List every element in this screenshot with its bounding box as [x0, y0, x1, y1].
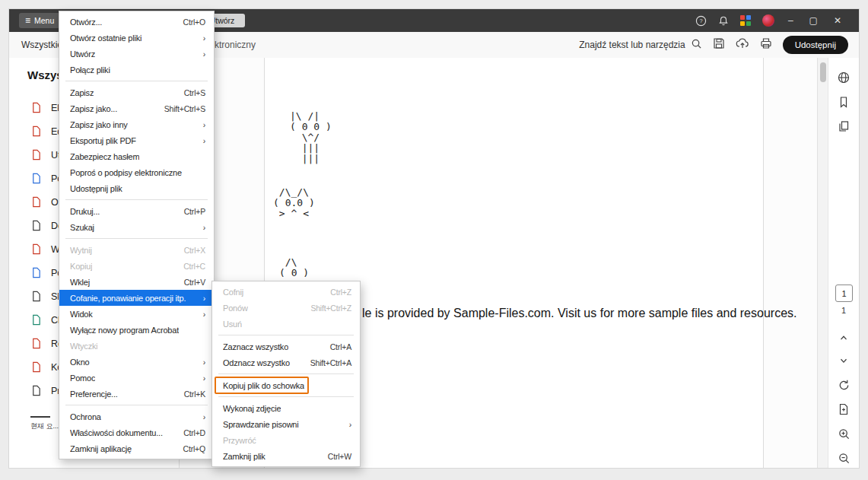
chevron-up-icon[interactable]: [828, 329, 859, 347]
menu-item-open-recent[interactable]: Otwórz ostatnie pliki›: [59, 30, 214, 46]
submenu-item-undo: CofnijCtrl+Z: [212, 284, 360, 300]
menu-item-help[interactable]: Pomoc›: [59, 370, 214, 386]
menu-item-open[interactable]: Otwórz...Ctrl+O: [59, 14, 214, 30]
submenu-item-take-snapshot[interactable]: Wykonaj zdjęcie: [212, 400, 360, 416]
bookmark-icon[interactable]: [828, 93, 859, 111]
sidebar-footer-text: 현재 요...: [30, 421, 59, 431]
ascii-art-figure-1: |\ /| ( 0 0 ) \^/ ||| |||: [290, 111, 332, 164]
zoom-in-icon[interactable]: [828, 424, 859, 443]
rotate-icon[interactable]: [828, 376, 859, 394]
menu-item-preferences[interactable]: Preferencje...Ctrl+K: [59, 386, 214, 402]
svg-text:?: ?: [699, 17, 702, 24]
menu-item-save-as-other[interactable]: Zapisz jako inny›: [59, 116, 214, 132]
menu-item-paste[interactable]: WklejCtrl+V: [59, 274, 214, 290]
chevron-down-icon[interactable]: [828, 351, 859, 370]
menu-separator: [65, 238, 208, 239]
menu-item-request-signatures[interactable]: Poproś o podpisy elektroniczne: [59, 164, 214, 180]
menu-separator: [65, 81, 208, 81]
menu-item-share-file[interactable]: Udostępnij plik: [59, 180, 214, 196]
apps-grid-icon[interactable]: [740, 15, 751, 26]
submenu-item-close-file[interactable]: Zamknij plikCtrl+W: [212, 448, 360, 464]
submenu-item-redo: PonówShift+Ctrl+Z: [212, 300, 360, 316]
submenu-item-select-all[interactable]: Zaznacz wszystkoCtrl+A: [212, 339, 360, 354]
maximize-button[interactable]: ▢: [807, 16, 820, 25]
close-button[interactable]: ✕: [831, 16, 844, 25]
search-field[interactable]: Znajdź tekst lub narzędzia: [579, 38, 701, 52]
avatar[interactable]: [762, 14, 774, 27]
menu-item-combine-files[interactable]: Połącz pliki: [59, 62, 214, 78]
page-number-box[interactable]: 1: [835, 285, 853, 302]
page-thumbnails-icon[interactable]: [828, 117, 859, 135]
menu-item-save-as[interactable]: Zapisz jako...Shift+Ctrl+S: [59, 100, 214, 116]
menu-item-export-pdf[interactable]: Eksportuj plik PDF›: [59, 132, 214, 148]
document-text: le is provided by Sample-Files.com. Visi…: [362, 307, 796, 320]
menu-item-document-properties[interactable]: Właściwości dokumentu...Ctrl+D: [59, 424, 214, 440]
submenu-item-delete: Usuń: [212, 316, 360, 332]
menu-item-quit-application[interactable]: Zamknij aplikacjęCtrl+Q: [59, 440, 214, 456]
hamburger-icon: ≡: [25, 16, 30, 25]
menu-button[interactable]: ≡ Menu: [19, 13, 60, 28]
tab-truncated[interactable]: ktroniczny: [215, 32, 256, 57]
print-icon[interactable]: [760, 37, 772, 52]
cloud-upload-icon[interactable]: [736, 37, 749, 52]
notifications-bell-icon[interactable]: [718, 15, 729, 27]
menu-button-label: Menu: [34, 16, 54, 25]
search-label: Znajdź tekst lub narzędzia: [579, 40, 685, 50]
menu-item-view[interactable]: Widok›: [59, 306, 214, 322]
scrollbar-thumb[interactable]: [820, 62, 826, 82]
menu-item-create[interactable]: Utwórz›: [59, 46, 214, 62]
menu-item-plugins: Wtyczki: [59, 338, 214, 354]
share-button[interactable]: Udostępnij: [783, 36, 848, 54]
export-page-icon[interactable]: [828, 400, 859, 418]
ascii-art-figure-2: /\_/\ ( 0.0 ) > ^ <: [273, 187, 315, 219]
sidebar-divider: [30, 416, 50, 418]
menu-item-protection[interactable]: Ochrona›: [59, 408, 214, 424]
page-total: 1: [828, 306, 859, 315]
minimize-button[interactable]: –: [786, 16, 796, 25]
menu-separator: [65, 405, 208, 405]
menu-item-cut: WytnijCtrl+X: [59, 242, 214, 258]
search-icon: [691, 38, 702, 52]
menu-item-undo-redo-more[interactable]: Cofanie, ponawianie operacji itp.›: [59, 290, 214, 306]
web-icon[interactable]: [828, 68, 859, 87]
menu-item-window[interactable]: Okno›: [59, 354, 214, 370]
menu-item-disable-new-acrobat[interactable]: Wyłącz nowy program Acrobat: [59, 322, 214, 338]
menu-item-print[interactable]: Drukuj...Ctrl+P: [59, 203, 214, 219]
menu-separator: [65, 199, 208, 200]
submenu-item-revert: Przywróć: [212, 432, 360, 448]
right-tools-panel: 1 1: [828, 58, 859, 468]
menu-item-copy: KopiujCtrl+C: [59, 258, 214, 274]
menu-item-save[interactable]: ZapiszCtrl+S: [59, 84, 214, 100]
undo-redo-submenu: CofnijCtrl+Z PonówShift+Ctrl+Z Usuń Zazn…: [211, 281, 361, 467]
submenu-item-copy-file-to-clipboard[interactable]: Kopiuj plik do schowka: [212, 377, 360, 393]
submenu-item-check-spelling[interactable]: Sprawdzanie pisowni›: [212, 416, 360, 432]
menu-separator: [218, 374, 354, 374]
ascii-art-figure-3: /\ ( 0 ): [279, 257, 309, 278]
menu-separator: [218, 335, 354, 335]
zoom-out-icon[interactable]: [828, 449, 859, 467]
file-menu: Otwórz...Ctrl+O Otwórz ostatnie pliki› U…: [59, 11, 215, 459]
help-icon[interactable]: ?: [695, 15, 707, 27]
menu-item-search[interactable]: Szukaj›: [59, 219, 214, 235]
menu-item-protect-password[interactable]: Zabezpiecz hasłem: [59, 148, 214, 164]
tab-all-tools[interactable]: Wszystkie: [21, 32, 62, 57]
menu-separator: [218, 396, 354, 397]
submenu-item-deselect-all[interactable]: Odznacz wszystkoShift+Ctrl+A: [212, 354, 360, 370]
save-icon[interactable]: [713, 37, 725, 52]
vertical-scrollbar[interactable]: [817, 58, 828, 468]
